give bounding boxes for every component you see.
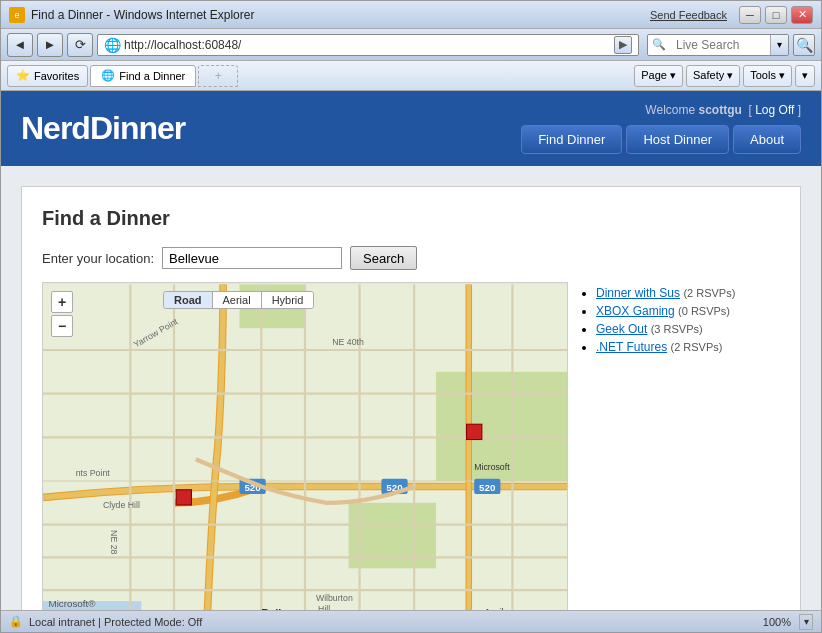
zoom-level: 100% <box>763 616 791 628</box>
tab-label: Find a Dinner <box>119 70 185 82</box>
browser-toolbar: ⭐ Favorites 🌐 Find a Dinner + Page ▾ Saf… <box>1 61 821 91</box>
status-text: Local intranet | Protected Mode: Off <box>29 616 202 628</box>
svg-text:Microsoft: Microsoft <box>474 462 510 472</box>
title-bar: e Find a Dinner - Windows Internet Explo… <box>1 1 821 29</box>
page-menu-button[interactable]: Page ▾ <box>634 65 683 87</box>
dinner-link-2[interactable]: Geek Out <box>596 322 647 336</box>
find-dinner-container: Find a Dinner Enter your location: Searc… <box>21 186 801 610</box>
security-icon: 🔒 <box>9 615 23 629</box>
welcome-label: Welcome <box>645 103 695 117</box>
forward-button[interactable]: ► <box>37 33 63 57</box>
svg-text:NE 40th: NE 40th <box>332 337 364 347</box>
star-icon: ⭐ <box>16 69 30 82</box>
close-button[interactable]: ✕ <box>791 6 813 24</box>
page-content: Find a Dinner Enter your location: Searc… <box>1 166 821 610</box>
address-bar[interactable]: 🌐 http://localhost:60848/ ▶ <box>97 34 639 56</box>
map-svg: 520 520 520 Yarrow Point nts Point Clyde… <box>43 283 567 610</box>
find-dinner-nav-button[interactable]: Find Dinner <box>521 125 622 154</box>
safety-menu-button[interactable]: Safety ▾ <box>686 65 740 87</box>
log-off-link[interactable]: Log Off <box>755 103 794 117</box>
app-header: NerdDinner Welcome scottgu [ Log Off ] F… <box>1 91 821 166</box>
hybrid-view-button[interactable]: Hybrid <box>262 292 314 308</box>
browser-icon: e <box>9 7 25 23</box>
app-title: NerdDinner <box>21 110 185 147</box>
dinner-link-0[interactable]: Dinner with Sus <box>596 286 680 300</box>
nav-search-input[interactable] <box>670 35 770 55</box>
map-type-bar: Road Aerial Hybrid <box>163 291 314 309</box>
rsvp-count-3: (2 RSVPs) <box>670 341 722 353</box>
status-left: 🔒 Local intranet | Protected Mode: Off <box>9 615 202 629</box>
dinner-link-3[interactable]: .NET Futures <box>596 340 667 354</box>
back-button[interactable]: ◄ <box>7 33 33 57</box>
tools-menu-button[interactable]: Tools ▾ <box>743 65 792 87</box>
rsvp-count-1: (0 RSVPs) <box>678 305 730 317</box>
svg-text:NE 28: NE 28 <box>109 530 119 554</box>
svg-rect-39 <box>176 490 191 505</box>
zoom-out-button[interactable]: − <box>51 315 73 337</box>
svg-text:Hill: Hill <box>318 604 330 610</box>
map-area: 520 520 520 Yarrow Point nts Point Clyde… <box>42 282 568 610</box>
tab-icon: 🌐 <box>101 69 115 82</box>
status-bar: 🔒 Local intranet | Protected Mode: Off 1… <box>1 610 821 632</box>
welcome-text: Welcome scottgu [ Log Off ] <box>645 103 801 117</box>
nav-buttons: Find Dinner Host Dinner About <box>521 125 801 154</box>
svg-text:Bellevue: Bellevue <box>261 607 306 610</box>
send-feedback-link[interactable]: Send Feedback <box>650 9 727 21</box>
rsvp-count-2: (3 RSVPs) <box>651 323 703 335</box>
window-title: Find a Dinner - Windows Internet Explore… <box>31 8 254 22</box>
search-go-icon[interactable]: 🔍 <box>793 34 815 56</box>
search-button[interactable]: Search <box>350 246 417 270</box>
svg-text:1 miles: 1 miles <box>485 607 513 610</box>
header-right: Welcome scottgu [ Log Off ] Find Dinner … <box>521 103 801 154</box>
zoom-in-button[interactable]: + <box>51 291 73 313</box>
list-item: .NET Futures (2 RSVPs) <box>596 340 780 354</box>
minimize-button[interactable]: ─ <box>739 6 761 24</box>
results-sidebar: Dinner with Sus (2 RSVPs) XBOX Gaming (0… <box>580 282 780 610</box>
zoom-dropdown-button[interactable]: ▾ <box>799 614 813 630</box>
dinner-link-1[interactable]: XBOX Gaming <box>596 304 675 318</box>
svg-text:Wilburton: Wilburton <box>316 593 353 603</box>
content-area: NerdDinner Welcome scottgu [ Log Off ] F… <box>1 91 821 632</box>
address-text: http://localhost:60848/ <box>124 38 610 52</box>
navigation-bar: ◄ ► ⟳ 🌐 http://localhost:60848/ ▶ 🔍 ▾ 🔍 <box>1 29 821 61</box>
svg-rect-6 <box>349 503 436 569</box>
status-right: 100% ▾ <box>763 614 813 630</box>
svg-text:nts Point: nts Point <box>76 468 111 478</box>
nav-search-bar: 🔍 ▾ 🔍 <box>647 34 815 56</box>
new-tab-button[interactable]: + <box>198 65 238 87</box>
results-list: Dinner with Sus (2 RSVPs) XBOX Gaming (0… <box>580 286 780 354</box>
active-tab[interactable]: 🌐 Find a Dinner <box>90 65 196 87</box>
road-view-button[interactable]: Road <box>164 292 213 308</box>
location-label: Enter your location: <box>42 251 154 266</box>
page-icon: 🌐 <box>104 37 120 53</box>
live-search-icon: 🔍 <box>648 38 670 51</box>
svg-text:Microsoft®: Microsoft® <box>48 598 96 609</box>
find-dinner-title: Find a Dinner <box>42 207 780 230</box>
extra-menu-button[interactable]: ▾ <box>795 65 815 87</box>
aerial-view-button[interactable]: Aerial <box>213 292 262 308</box>
refresh-button[interactable]: ⟳ <box>67 33 93 57</box>
svg-rect-40 <box>467 424 482 439</box>
location-input[interactable] <box>162 247 342 269</box>
svg-text:Clyde Hill: Clyde Hill <box>103 500 140 510</box>
about-nav-button[interactable]: About <box>733 125 801 154</box>
map-results-container: 520 520 520 Yarrow Point nts Point Clyde… <box>42 282 780 610</box>
favorites-button[interactable]: ⭐ Favorites <box>7 65 88 87</box>
map-controls: + − <box>51 291 73 337</box>
list-item: Geek Out (3 RSVPs) <box>596 322 780 336</box>
search-dropdown-button[interactable]: ▾ <box>770 35 788 55</box>
host-dinner-nav-button[interactable]: Host Dinner <box>626 125 729 154</box>
username: scottgu <box>699 103 742 117</box>
maximize-button[interactable]: □ <box>765 6 787 24</box>
list-item: Dinner with Sus (2 RSVPs) <box>596 286 780 300</box>
list-item: XBOX Gaming (0 RSVPs) <box>596 304 780 318</box>
location-form: Enter your location: Search <box>42 246 780 270</box>
toolbar-right: Page ▾ Safety ▾ Tools ▾ ▾ <box>634 65 815 87</box>
favorites-label: Favorites <box>34 70 79 82</box>
go-button[interactable]: ▶ <box>614 36 632 54</box>
rsvp-count-0: (2 RSVPs) <box>683 287 735 299</box>
svg-text:520: 520 <box>479 482 496 493</box>
